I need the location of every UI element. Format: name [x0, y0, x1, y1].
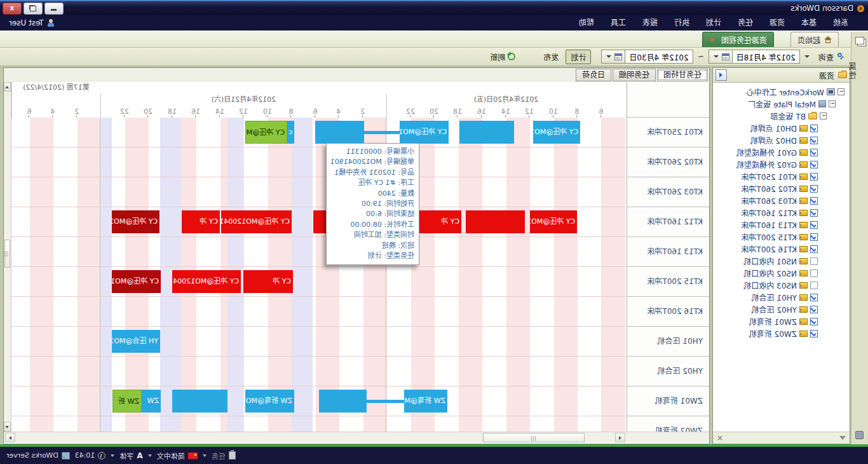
status-language[interactable]: 简体中文: [157, 451, 198, 461]
chevron-down-icon[interactable]: [203, 454, 207, 457]
user-box[interactable]: Test User: [0, 18, 55, 27]
query-dropdown-icon[interactable]: [804, 55, 810, 58]
menu-item-资源[interactable]: 资源: [761, 15, 793, 31]
task-bar[interactable]: ZW 折: [112, 390, 142, 413]
task-bar[interactable]: CY 冲压@MO120041901: [533, 121, 580, 144]
tree-checkbox[interactable]: [810, 161, 818, 168]
tree-checkbox[interactable]: [810, 330, 818, 338]
horizontal-scrollbar[interactable]: [4, 432, 709, 442]
date-from-picker[interactable]: 2012年 4月18日: [709, 50, 800, 64]
tree-node[interactable]: GY01 外桶成型机: [713, 146, 850, 158]
task-bar[interactable]: ZW: [142, 390, 161, 413]
chevron-down-icon[interactable]: [148, 454, 152, 457]
tree-checkbox[interactable]: [810, 149, 818, 156]
tree-node[interactable]: KT01 250T冲床: [713, 170, 850, 182]
tree-checkbox[interactable]: [810, 245, 818, 253]
scroll-down-button[interactable]: [4, 422, 11, 432]
date-from-calendar-button[interactable]: [709, 50, 733, 63]
task-bar[interactable]: c: [287, 121, 294, 144]
scroll-up-button[interactable]: [4, 82, 11, 92]
tree-node[interactable]: DH02 点焊机: [713, 134, 850, 146]
tree-node[interactable]: GY02 外桶成型机: [713, 158, 850, 170]
tree-node[interactable]: YH01 压合机: [713, 291, 850, 303]
tree-checkbox[interactable]: [810, 233, 818, 241]
tree-checkbox[interactable]: [810, 197, 818, 205]
tree-node[interactable]: NS03 内收口机: [713, 279, 850, 291]
tree-node[interactable]: ZW02 折弯机: [713, 327, 850, 339]
tab-start-page[interactable]: 起始页: [790, 32, 839, 47]
tree-node[interactable]: Metal Plate 钣金厂: [713, 98, 850, 110]
tree-checkbox[interactable]: [810, 270, 818, 277]
vertical-scrollbar[interactable]: [4, 82, 11, 432]
tree-expander-icon[interactable]: [820, 113, 827, 119]
task-bar[interactable]: CY 冲压@MO120041904: [530, 210, 577, 233]
tree-node[interactable]: BT 钣金部: [713, 110, 850, 122]
date-to-picker[interactable]: 2012年 4月30日: [601, 50, 693, 64]
task-bar[interactable]: YH 压合@MO1: [112, 330, 160, 353]
menu-item-任务[interactable]: 任务: [729, 15, 761, 31]
task-bar[interactable]: CY 冲压@MO1: [112, 270, 161, 293]
tree-node[interactable]: ZW01 折弯机: [713, 315, 850, 327]
scroll-left-button[interactable]: [615, 433, 625, 442]
tree-checkbox[interactable]: [810, 173, 818, 181]
horizontal-scroll-thumb[interactable]: [483, 433, 585, 442]
restore-button[interactable]: [24, 3, 43, 15]
date-to-calendar-button[interactable]: [602, 50, 625, 63]
task-bar[interactable]: [172, 390, 227, 413]
tree-node[interactable]: WorkCenter 工作中心: [713, 86, 850, 98]
menu-item-帮助[interactable]: 帮助: [571, 15, 602, 31]
tree-checkbox[interactable]: [810, 185, 818, 193]
menu-item-执行[interactable]: 执行: [666, 15, 698, 31]
collapsed-panel-strip[interactable]: 属性: [851, 32, 868, 444]
panel-collapse-button[interactable]: [715, 69, 727, 81]
gantt-tab-任务甘特图[interactable]: 任务甘特图: [657, 69, 708, 81]
tree-node[interactable]: KT16 200T冲床: [713, 243, 850, 255]
tab-resource-task-view[interactable]: 资源任务视图 ×: [702, 32, 774, 47]
tree-checkbox[interactable]: [810, 257, 818, 265]
clear-filter-icon[interactable]: ×: [717, 433, 723, 442]
scroll-right-button[interactable]: [5, 433, 15, 442]
tab-close-icon[interactable]: ×: [709, 36, 717, 44]
tree-checkbox[interactable]: [810, 318, 818, 325]
menu-item-系统[interactable]: 系统: [825, 15, 857, 31]
status-task[interactable]: 任务: [212, 451, 236, 461]
task-bar[interactable]: CY 冲压@MO120041902: [245, 121, 287, 144]
task-bar[interactable]: CY 冲: [182, 210, 220, 233]
tree-node[interactable]: KT03 260T冲床: [713, 194, 850, 207]
tree-checkbox[interactable]: [810, 137, 818, 144]
status-font[interactable]: A 字体: [119, 451, 142, 461]
menu-item-报表[interactable]: 报表: [634, 15, 666, 31]
tree-expander-icon[interactable]: [829, 100, 836, 107]
menu-item-计划[interactable]: 计划: [698, 15, 729, 31]
publish-button[interactable]: 发布: [539, 50, 563, 64]
task-bar[interactable]: [459, 121, 514, 144]
menu-item-工具[interactable]: 工具: [602, 15, 634, 31]
task-bar[interactable]: CY 冲压@MO120041904: [221, 210, 292, 233]
task-bar[interactable]: [315, 121, 364, 144]
task-bar[interactable]: CY 冲压@MO120041901: [400, 121, 449, 144]
tree-node[interactable]: KT15 200T冲床: [713, 231, 850, 243]
vertical-scroll-thumb[interactable]: [4, 240, 10, 268]
menu-item-基本[interactable]: 基本: [793, 15, 825, 31]
tree-checkbox[interactable]: [810, 125, 818, 132]
tree-expander-icon[interactable]: [837, 88, 844, 95]
minimize-button[interactable]: [44, 3, 64, 15]
tree-checkbox[interactable]: [810, 209, 818, 217]
close-button[interactable]: x: [3, 3, 22, 15]
tree-node[interactable]: YH02 压合机: [713, 303, 850, 315]
tree-checkbox[interactable]: [810, 282, 818, 289]
task-bar[interactable]: CY 冲压@MO1: [112, 210, 159, 233]
task-bar[interactable]: CY 冲: [243, 270, 293, 293]
tree-node[interactable]: NS02 内收口机: [713, 267, 850, 279]
task-bar[interactable]: CY 冲压@MO120041903: [172, 270, 241, 293]
task-bar[interactable]: [466, 210, 525, 233]
tree-node[interactable]: KT02 260T冲床: [713, 182, 850, 194]
gantt-tab-任务明细[interactable]: 任务明细: [613, 69, 656, 81]
gantt-tab-日负荷[interactable]: 日负荷: [576, 69, 611, 81]
tree-node[interactable]: NS01 内收口机: [713, 255, 850, 267]
tree-checkbox[interactable]: [810, 221, 818, 229]
task-bar[interactable]: [319, 390, 367, 413]
filter-icon[interactable]: [839, 436, 846, 440]
refresh-button[interactable]: 刷新: [485, 50, 520, 64]
task-bar[interactable]: CY 冲: [417, 210, 461, 233]
